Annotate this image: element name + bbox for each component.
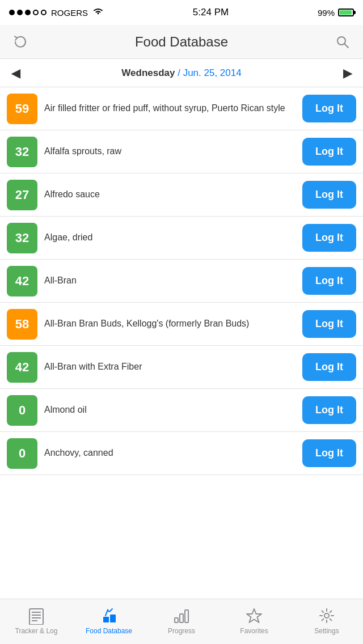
svg-point-13	[324, 613, 329, 618]
signal-dot-3	[25, 10, 31, 15]
signal-dot-4	[33, 10, 39, 15]
log-it-button[interactable]: Log It	[302, 138, 356, 166]
food-score: 42	[7, 266, 37, 296]
date-display: Wednesday / Jun. 25, 2014	[121, 67, 241, 79]
battery-icon	[338, 9, 354, 16]
food-score: 58	[7, 309, 37, 340]
tab-settings[interactable]: Settings	[296, 607, 358, 635]
food-item: 32 Alfalfa sprouts, raw Log It	[0, 130, 363, 173]
tab-settings-label: Settings	[314, 627, 339, 635]
food-score: 32	[7, 137, 37, 167]
log-it-button[interactable]: Log It	[302, 396, 356, 424]
svg-rect-7	[103, 617, 109, 622]
wifi-icon	[92, 7, 104, 18]
page-title: Food Database	[135, 34, 228, 50]
food-list: 59 Air filled fritter or fried puff, wit…	[0, 87, 363, 599]
log-it-button[interactable]: Log It	[302, 181, 356, 209]
svg-rect-10	[180, 614, 183, 622]
food-name: Air filled fritter or fried puff, withou…	[44, 103, 296, 115]
log-it-button[interactable]: Log It	[302, 353, 356, 381]
nav-bar: Food Database	[0, 25, 363, 59]
tab-food-database-label: Food Database	[86, 627, 132, 635]
food-item: 58 All-Bran Bran Buds, Kellogg's (former…	[0, 303, 363, 346]
status-left: ROGERS	[9, 7, 104, 18]
svg-line-1	[344, 44, 348, 48]
food-item: 32 Algae, dried Log It	[0, 217, 363, 260]
food-name: Alfalfa sprouts, raw	[44, 146, 296, 158]
prev-date-button[interactable]: ◀	[7, 66, 24, 80]
svg-rect-11	[185, 610, 188, 622]
battery-percent: 99%	[318, 8, 335, 18]
food-score: 0	[7, 438, 37, 469]
tab-tracker[interactable]: Tracker & Log	[5, 607, 67, 635]
food-name: All-Bran with Extra Fiber	[44, 361, 296, 373]
svg-rect-9	[175, 618, 178, 622]
log-it-button[interactable]: Log It	[302, 95, 356, 122]
food-item: 59 Air filled fritter or fried puff, wit…	[0, 87, 363, 130]
tab-bar: Tracker & Log Food Database Progress Fav…	[0, 599, 363, 644]
food-name: Anchovy, canned	[44, 447, 296, 459]
tab-tracker-label: Tracker & Log	[15, 627, 58, 635]
carrier-name: ROGERS	[51, 8, 88, 18]
food-name: Algae, dried	[44, 232, 296, 244]
date-separator: /	[175, 67, 183, 78]
signal-dot-1	[9, 10, 15, 15]
tab-favorites[interactable]: Favorites	[223, 607, 285, 635]
date-bar: ◀ Wednesday / Jun. 25, 2014 ▶	[0, 59, 363, 87]
tab-progress-label: Progress	[168, 627, 195, 635]
food-score: 42	[7, 352, 37, 383]
food-name: All-Bran Bran Buds, Kellogg's (formerly …	[44, 318, 296, 330]
food-name: Alfredo sauce	[44, 189, 296, 201]
food-item: 42 All-Bran with Extra Fiber Log It	[0, 346, 363, 389]
tab-food-database[interactable]: Food Database	[78, 607, 140, 635]
log-it-button[interactable]: Log It	[302, 224, 356, 252]
food-item: 0 Anchovy, canned Log It	[0, 432, 363, 475]
food-score: 0	[7, 395, 37, 426]
svg-rect-2	[29, 609, 43, 625]
food-item: 27 Alfredo sauce Log It	[0, 173, 363, 217]
date-value: Jun. 25, 2014	[183, 67, 242, 78]
refresh-button[interactable]	[9, 31, 32, 53]
log-it-button[interactable]: Log It	[302, 267, 356, 295]
search-button[interactable]	[331, 31, 354, 53]
tab-favorites-label: Favorites	[240, 627, 268, 635]
food-score: 59	[7, 94, 37, 124]
status-bar: ROGERS 5:24 PM 99%	[0, 0, 363, 25]
status-time: 5:24 PM	[193, 7, 229, 18]
food-name: All-Bran	[44, 275, 296, 287]
svg-rect-8	[110, 615, 116, 622]
food-item: 42 All-Bran Log It	[0, 260, 363, 303]
food-name: Almond oil	[44, 404, 296, 416]
food-score: 27	[7, 180, 37, 210]
tab-progress[interactable]: Progress	[150, 607, 213, 635]
signal-dot-2	[17, 10, 23, 15]
status-right: 99%	[318, 8, 354, 18]
food-item: 0 Almond oil Log It	[0, 389, 363, 432]
weekday-label: Wednesday	[121, 67, 175, 78]
next-date-button[interactable]: ▶	[339, 66, 356, 80]
signal-dot-5	[41, 10, 47, 15]
food-score: 32	[7, 223, 37, 253]
svg-marker-12	[247, 609, 261, 622]
log-it-button[interactable]: Log It	[302, 310, 356, 338]
log-it-button[interactable]: Log It	[302, 439, 356, 467]
